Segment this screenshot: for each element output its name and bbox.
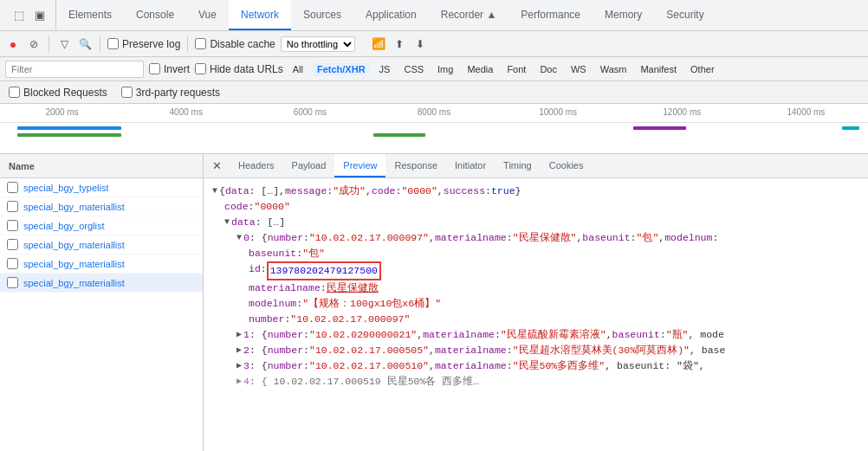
- root-brace: {: [219, 184, 225, 199]
- invert-input[interactable]: [149, 63, 160, 74]
- tab-sources[interactable]: Sources: [291, 0, 353, 30]
- device-icon[interactable]: ▣: [31, 7, 49, 24]
- filter-type-font[interactable]: Font: [502, 63, 530, 75]
- third-party-input[interactable]: [121, 87, 133, 98]
- detail-panel: ✕ Headers Payload Preview Response Initi…: [204, 154, 868, 451]
- hide-data-urls-input[interactable]: [195, 63, 206, 74]
- item2-expand-btn[interactable]: ▶: [236, 343, 242, 358]
- close-detail-button[interactable]: ✕: [207, 157, 226, 176]
- detail-tabs: ✕ Headers Payload Preview Response Initi…: [204, 154, 868, 178]
- filter-bar: Invert Hide data URLs All Fetch/XHR JS C…: [0, 57, 868, 81]
- request-item-3-name: special_bgy_materiallist: [23, 240, 125, 250]
- detail-tab-cookies[interactable]: Cookies: [541, 154, 593, 177]
- filter-type-doc[interactable]: Doc: [535, 63, 561, 75]
- filter-input[interactable]: [5, 61, 144, 78]
- item4-expand-btn[interactable]: ▶: [236, 374, 242, 390]
- materialname-link[interactable]: 民星保健散: [327, 280, 379, 296]
- export-icon[interactable]: ⬇: [412, 36, 428, 52]
- disable-cache-checkbox[interactable]: Disable cache: [195, 38, 275, 50]
- throttle-select[interactable]: No throttling: [281, 36, 355, 52]
- preserve-log-input[interactable]: [107, 38, 119, 49]
- filter-icon[interactable]: ▽: [56, 36, 72, 52]
- tab-bar: ⬚ ▣ Elements Console Vue Network Sources…: [0, 0, 868, 31]
- wifi-icon[interactable]: 📶: [371, 36, 386, 52]
- filter-type-media[interactable]: Media: [463, 63, 497, 75]
- item0-expand-btn[interactable]: ▼: [236, 230, 242, 246]
- detail-tab-preview[interactable]: Preview: [334, 154, 385, 177]
- tab-performance[interactable]: Performance: [508, 0, 593, 30]
- json-item3[interactable]: ▶ 3 : { number : "10.02.02.17.000510" , …: [212, 358, 859, 374]
- item3-expand-btn[interactable]: ▶: [236, 358, 242, 374]
- stop-button[interactable]: ⊘: [26, 36, 42, 52]
- detail-tab-payload[interactable]: Payload: [283, 154, 335, 177]
- detail-tab-response[interactable]: Response: [385, 154, 446, 177]
- filter-type-js[interactable]: JS: [375, 63, 395, 75]
- request-item-2[interactable]: special_bgy_orglist: [0, 216, 203, 235]
- disable-cache-input[interactable]: [195, 38, 206, 49]
- divider-2: [100, 36, 100, 52]
- json-code: code : "0000": [212, 199, 859, 215]
- timeline-ruler: 2000 ms 4000 ms 6000 ms 8000 ms 10000 ms…: [0, 104, 868, 123]
- timeline-label-6: 14000 ms: [744, 107, 868, 117]
- tab-console[interactable]: Console: [124, 0, 186, 30]
- import-icon[interactable]: ⬆: [392, 36, 407, 52]
- timeline-label-3: 8000 ms: [372, 107, 496, 117]
- blocked-requests-input[interactable]: [9, 87, 20, 98]
- timeline: 2000 ms 4000 ms 6000 ms 8000 ms 10000 ms…: [0, 104, 868, 154]
- request-item-4-checkbox[interactable]: [7, 258, 18, 269]
- tab-recorder[interactable]: Recorder ▲: [429, 0, 509, 30]
- request-item-0-checkbox[interactable]: [7, 182, 18, 193]
- request-item-1-checkbox[interactable]: [7, 201, 18, 212]
- json-item2[interactable]: ▶ 2 : { number : "10.02.02.17.000505" , …: [212, 343, 859, 358]
- root-expand[interactable]: ▼: [212, 184, 217, 199]
- tab-elements[interactable]: Elements: [56, 0, 124, 30]
- request-item-5-checkbox[interactable]: [7, 277, 18, 288]
- timeline-label-2: 6000 ms: [248, 107, 372, 117]
- filter-type-ws[interactable]: WS: [567, 63, 591, 75]
- filter-type-fetchxhr[interactable]: Fetch/XHR: [313, 63, 370, 75]
- request-item-3[interactable]: special_bgy_materiallist: [0, 235, 203, 254]
- json-id: id : 139780202479127500: [212, 261, 859, 280]
- request-item-1[interactable]: special_bgy_materiallist: [0, 197, 203, 216]
- tab-application[interactable]: Application: [353, 0, 429, 30]
- request-item-4[interactable]: special_bgy_materiallist: [0, 254, 203, 274]
- filter-type-other[interactable]: Other: [686, 63, 719, 75]
- timeline-label-1: 4000 ms: [124, 107, 248, 117]
- hide-data-urls-checkbox[interactable]: Hide data URLs: [195, 63, 283, 75]
- filter-type-wasm[interactable]: Wasm: [596, 63, 632, 75]
- request-item-5[interactable]: special_bgy_materiallist: [0, 274, 203, 293]
- third-party-label: 3rd-party requests: [136, 87, 220, 99]
- waterfall-bar-4: [842, 126, 859, 130]
- json-number: number : "10.02.02.17.000097": [212, 312, 859, 327]
- search-icon[interactable]: 🔍: [77, 36, 93, 52]
- tab-network[interactable]: Network: [229, 0, 291, 30]
- timeline-label-5: 12000 ms: [620, 107, 744, 117]
- request-item-2-checkbox[interactable]: [7, 220, 18, 231]
- blocked-requests-checkbox[interactable]: Blocked Requests: [9, 87, 107, 99]
- tab-vue[interactable]: Vue: [186, 0, 229, 30]
- filter-type-all[interactable]: All: [288, 63, 308, 75]
- data-expand-btn[interactable]: ▼: [224, 215, 230, 230]
- filter-type-manifest[interactable]: Manifest: [636, 63, 681, 75]
- filter-type-css[interactable]: CSS: [399, 63, 428, 75]
- cursor-icon[interactable]: ⬚: [10, 7, 28, 24]
- json-item1[interactable]: ▶ 1 : { number : "10.02.0200000021" , ma…: [212, 327, 859, 343]
- item1-expand-btn[interactable]: ▶: [236, 327, 242, 343]
- blocked-requests-label: Blocked Requests: [23, 87, 107, 99]
- tab-memory[interactable]: Memory: [593, 0, 654, 30]
- request-item-3-checkbox[interactable]: [7, 239, 18, 250]
- record-button[interactable]: ●: [5, 36, 21, 52]
- preserve-log-checkbox[interactable]: Preserve log: [107, 38, 180, 50]
- detail-tab-initiator[interactable]: Initiator: [446, 154, 495, 177]
- filter-type-img[interactable]: Img: [433, 63, 457, 75]
- json-item0-expand: ▼ 0 : { number : "10.02.02.17.000097" , …: [212, 230, 859, 246]
- invert-checkbox[interactable]: Invert: [149, 63, 190, 75]
- root-data-key: data: [225, 184, 249, 199]
- third-party-checkbox[interactable]: 3rd-party requests: [121, 87, 220, 99]
- json-item4[interactable]: ▶ 4 : { 10.02.02.17.000519 民星50%各 西多维…: [212, 374, 859, 390]
- detail-tab-timing[interactable]: Timing: [495, 154, 541, 177]
- tab-security[interactable]: Security: [654, 0, 716, 30]
- request-item-0[interactable]: special_bgy_typelist: [0, 178, 203, 197]
- detail-tab-headers[interactable]: Headers: [230, 154, 283, 177]
- blocked-bar: Blocked Requests 3rd-party requests: [0, 81, 868, 104]
